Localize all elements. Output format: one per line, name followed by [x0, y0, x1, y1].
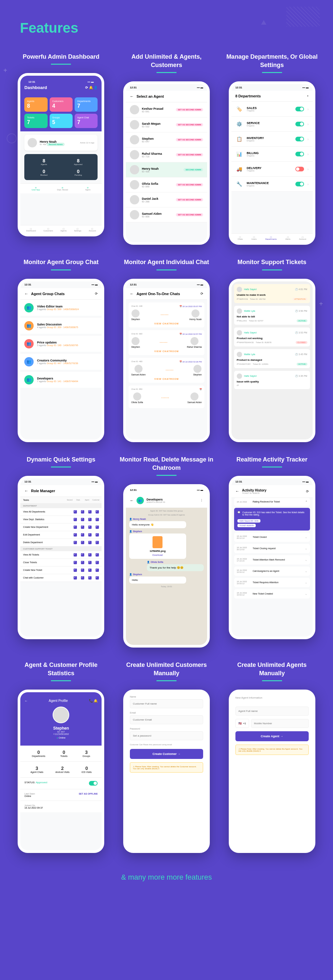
- bottom-nav-item[interactable]: ▢Settings: [74, 228, 81, 232]
- role-checkbox[interactable]: [95, 568, 99, 572]
- role-checkbox[interactable]: [95, 576, 99, 579]
- role-checkbox[interactable]: [81, 533, 84, 536]
- activity-expanded-header[interactable]: 18 Jul 2022Rating Recieved for Ticket⌃: [234, 498, 310, 506]
- activity-chip[interactable]: TICKET-818078: [238, 524, 256, 527]
- role-checkbox[interactable]: [81, 576, 84, 579]
- role-checkbox[interactable]: [88, 510, 92, 514]
- more-icon[interactable]: ⋮: [200, 499, 203, 502]
- role-checkbox[interactable]: [95, 561, 99, 564]
- password-input[interactable]: [130, 731, 203, 740]
- refresh-icon[interactable]: ⟳: [200, 292, 203, 296]
- role-checkbox[interactable]: [74, 525, 77, 529]
- agent-list-item[interactable]: StephenID: 647SET AS SECOND ADMIN: [126, 132, 207, 147]
- agent-badge[interactable]: SET AS SECOND ADMIN: [176, 183, 203, 186]
- activity-chip[interactable]: Hafiz Sayed (ID: 319): [238, 519, 260, 522]
- status-toggle[interactable]: [89, 781, 98, 786]
- agent-badge[interactable]: SET AS SECOND ADMIN: [176, 138, 203, 142]
- role-checkbox[interactable]: [88, 568, 92, 572]
- agent-name-input[interactable]: [235, 706, 309, 716]
- set-offline-button[interactable]: SET AS OFFLINE: [79, 792, 98, 797]
- activity-item[interactable]: 18 Jul 202217:19:15Ticket Attention Mark…: [234, 555, 310, 565]
- role-checkbox[interactable]: [95, 541, 99, 544]
- role-checkbox[interactable]: [95, 525, 99, 529]
- create-agent-button[interactable]: Create Agent →: [235, 731, 309, 741]
- role-checkbox[interactable]: [95, 533, 99, 536]
- nav-tab[interactable]: ⊘Agent: [85, 186, 90, 191]
- profile-card[interactable]: Henry Noah ID: 436 Second Admin Active 1…: [24, 135, 98, 151]
- nav-tab[interactable]: ⊘User App: [32, 186, 40, 191]
- bottom-nav-item[interactable]: ▢Account: [89, 228, 96, 232]
- dashboard-tile[interactable]: Customers4: [50, 97, 73, 112]
- agent-list-item[interactable]: Sarah MeganID: 532SET AS SECOND ADMIN: [126, 118, 207, 132]
- chat-card[interactable]: Chat ID: 660📅 18 Jul 2022 02:57 PMStephe…: [128, 330, 205, 355]
- dept-toggle[interactable]: [295, 122, 304, 126]
- dashboard-tile[interactable]: Agents8: [24, 97, 47, 112]
- role-checkbox[interactable]: [81, 525, 84, 529]
- bottom-nav-item[interactable]: ▢Chats: [238, 236, 243, 240]
- role-checkbox[interactable]: [88, 525, 92, 529]
- ticket-item[interactable]: Mattie Lyla🕐 3:45 PMProduct is damaged🏷 …: [234, 349, 310, 368]
- role-checkbox[interactable]: [74, 541, 77, 544]
- dashboard-tile[interactable]: Tickets7: [24, 114, 47, 128]
- role-checkbox[interactable]: [88, 553, 92, 557]
- activity-item[interactable]: 18 Jul 202215:53:12Call Assigned to an A…: [234, 566, 310, 576]
- chat-card[interactable]: Chat ID: 850📅 Olivia Sofia⋯⋯Samuel Aiden: [128, 385, 205, 408]
- create-customer-button[interactable]: Create Customer →: [130, 749, 203, 759]
- back-icon[interactable]: ←: [24, 699, 28, 703]
- back-icon[interactable]: ←: [24, 488, 28, 493]
- agent-badge[interactable]: SECOND ADMIN: [184, 168, 203, 172]
- refresh-icon[interactable]: ⟳: [95, 292, 98, 296]
- agent-badge[interactable]: SET AS SECOND ADMIN: [176, 153, 203, 156]
- nav-tab[interactable]: ⊘Dept. Based: [57, 186, 68, 191]
- role-checkbox[interactable]: [74, 561, 77, 564]
- role-checkbox[interactable]: [74, 553, 77, 557]
- group-item[interactable]: 👥Video Editor team5 agents Group ID: 599…: [20, 300, 101, 316]
- agent-list-item[interactable]: Samuel AidenID: 808SET AS SECOND ADMIN: [126, 207, 207, 223]
- role-checkbox[interactable]: [81, 553, 84, 557]
- group-item[interactable]: 👥Price updates5 agents Group ID: 190 · 1…: [20, 336, 101, 352]
- role-checkbox[interactable]: [95, 553, 99, 557]
- role-checkbox[interactable]: [81, 510, 84, 514]
- chat-message[interactable]: 👤 StephenHello: [129, 573, 186, 584]
- chat-message[interactable]: 👤 Henry NoahHello everyone 👋: [129, 518, 186, 528]
- bottom-nav-item[interactable]: ▢Account: [299, 236, 306, 240]
- header-icons[interactable]: ⟳ 🔔 👤: [85, 86, 98, 89]
- department-item[interactable]: 📋INVENTORY6 Agents›: [232, 132, 313, 147]
- role-checkbox[interactable]: [74, 510, 77, 514]
- role-checkbox[interactable]: [88, 541, 92, 544]
- role-checkbox[interactable]: [88, 518, 92, 521]
- activity-item[interactable]: 18 Jul 202215:53:12New Ticket Created⌄: [234, 589, 310, 598]
- role-checkbox[interactable]: [81, 561, 84, 564]
- ticket-item[interactable]: Mattie Lyla🕐 3:56 PMNot able to bill🏷 BI…: [234, 306, 310, 325]
- department-item[interactable]: ⚙️SERVICE5 Agents›: [232, 117, 313, 132]
- back-icon[interactable]: ←: [235, 489, 239, 493]
- agent-list-item[interactable]: Henry NoahID: 436SECOND ADMIN: [126, 162, 207, 177]
- role-checkbox[interactable]: [81, 568, 84, 572]
- group-item[interactable]: 👥Sales Discussion4 agents Group ID: 209 …: [20, 318, 101, 334]
- activity-item[interactable]: 18 Jul 202220:12:02Ticket Closing reques…: [234, 544, 310, 553]
- agent-list-item[interactable]: Rahul SharmaID: 716SET AS SECOND ADMIN: [126, 147, 207, 162]
- role-checkbox[interactable]: [81, 518, 84, 521]
- dashboard-tile[interactable]: Departments7: [75, 97, 98, 112]
- dept-toggle[interactable]: [295, 107, 304, 111]
- download-button[interactable]: Download: [152, 554, 163, 556]
- agent-badge[interactable]: SET AS SECOND ADMIN: [176, 198, 203, 201]
- agent-list-item[interactable]: Olivia SofiaID: 890SET AS SECOND ADMIN: [126, 177, 207, 192]
- bottom-nav-item[interactable]: ▢Dashboard: [26, 228, 36, 232]
- role-checkbox[interactable]: [74, 533, 77, 536]
- email-input[interactable]: [130, 715, 203, 724]
- dept-toggle[interactable]: [295, 182, 304, 186]
- ticket-item[interactable]: Hafiz Sayed🕐 3:53 PMProduct not working🏷…: [234, 328, 310, 347]
- ticket-item[interactable]: Hafiz Sayed🕐 3:35 PMIssue with quality🏷: [234, 371, 310, 389]
- refresh-icon[interactable]: ⟳: [306, 490, 309, 493]
- role-checkbox[interactable]: [74, 518, 77, 521]
- header-actions[interactable]: 📞 🔔: [89, 699, 98, 703]
- add-icon[interactable]: +: [307, 94, 308, 98]
- bottom-nav-item[interactable]: ▢Agents: [60, 228, 67, 232]
- back-icon[interactable]: ←: [24, 291, 28, 296]
- activity-cta-card[interactable]: 💬Customer ID: 319 has rated the Ticket. …: [234, 508, 310, 530]
- chat-card[interactable]: Chat ID: 483📅 18 Jul 2022 02:26 PMSamuel…: [128, 358, 205, 383]
- dashboard-tile[interactable]: Groups5: [50, 114, 73, 128]
- bottom-nav-item[interactable]: ▢Customers: [43, 228, 53, 232]
- chat-card[interactable]: Chat ID: 448📅 18 Jul 2022 05:07 PMStephe…: [128, 302, 205, 328]
